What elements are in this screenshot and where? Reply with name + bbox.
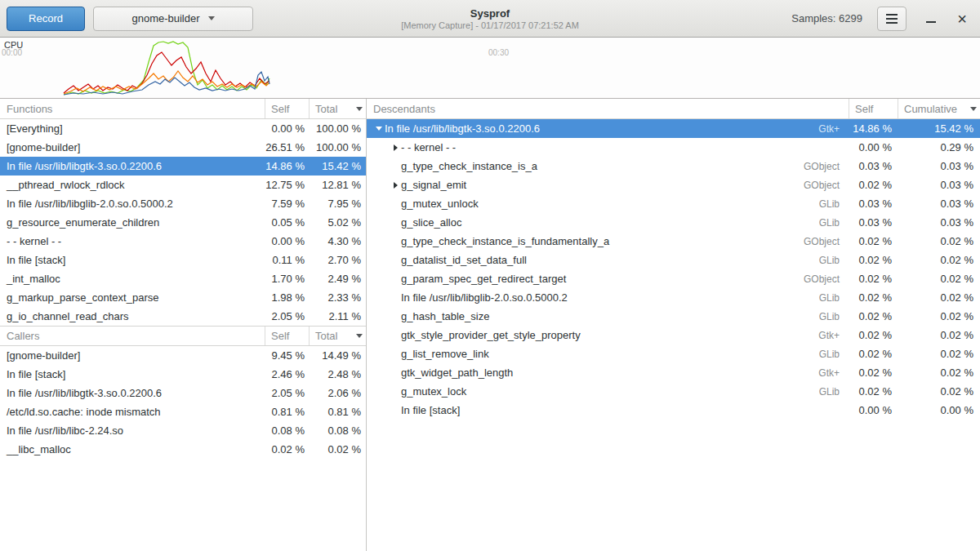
callers-table: [gnome-builder]9.45 %14.49 %In file [sta…	[0, 346, 366, 459]
tree-row[interactable]: g_list_remove_linkGLib0.02 %0.02 %	[367, 344, 980, 363]
column-header-cumulative-label: Cumulative	[904, 103, 957, 115]
function-name: [gnome-builder]	[0, 349, 265, 362]
cumulative-value: 0.02 %	[898, 310, 980, 322]
function-name: In file [stack]	[0, 254, 265, 266]
self-value: 14.86 %	[849, 122, 898, 135]
table-row[interactable]: [gnome-builder]26.51 %100.00 %	[0, 138, 366, 157]
tree-row[interactable]: g_param_spec_get_redirect_targetGObject0…	[367, 269, 980, 288]
callers-table-header: Callers Self Total	[0, 326, 366, 346]
self-value: 2.46 %	[265, 368, 310, 380]
table-row[interactable]: g_resource_enumerate_children0.05 %5.02 …	[0, 213, 366, 232]
expand-expander-icon[interactable]	[390, 180, 401, 191]
menu-button[interactable]	[877, 7, 906, 31]
expander-spacer	[390, 367, 401, 379]
table-row[interactable]: [Everything]0.00 %100.00 %	[0, 119, 366, 138]
expander-spacer	[390, 198, 401, 210]
tree-row[interactable]: g_mutex_lockGLib0.02 %0.02 %	[367, 382, 980, 401]
tree-row[interactable]: g_mutex_unlockGLib0.03 %0.03 %	[367, 194, 980, 213]
tree-row[interactable]: In file /usr/lib/libglib-2.0.so.0.5000.2…	[367, 288, 980, 307]
table-row[interactable]: g_io_channel_read_chars2.05 %2.11 %	[0, 307, 366, 326]
tree-row[interactable]: gtk_widget_path_lengthGtk+0.02 %0.02 %	[367, 363, 980, 382]
tree-row[interactable]: gtk_style_provider_get_style_propertyGtk…	[367, 326, 980, 344]
column-header-self[interactable]: Self	[849, 99, 898, 118]
total-value: 7.95 %	[310, 198, 366, 210]
category-label: GObject	[799, 161, 849, 172]
tree-row[interactable]: In file /usr/lib/libgtk-3.so.0.2200.6Gtk…	[367, 119, 980, 138]
self-value: 1.70 %	[265, 273, 310, 285]
column-header-callers[interactable]: Callers	[0, 327, 265, 345]
self-value: 0.11 %	[265, 254, 310, 266]
expand-expander-icon[interactable]	[390, 142, 401, 153]
process-selector-dropdown[interactable]: gnome-builder	[93, 7, 253, 31]
category-label: Gtk+	[799, 367, 849, 379]
cumulative-value: 0.02 %	[898, 385, 980, 398]
cumulative-value: 15.42 %	[898, 122, 980, 135]
self-value: 0.00 %	[849, 404, 898, 416]
cpu-series-cpu-blue	[64, 72, 270, 95]
column-header-total[interactable]: Total	[310, 99, 366, 118]
column-header-self[interactable]: Self	[265, 99, 310, 118]
column-header-cumulative[interactable]: Cumulative	[898, 99, 980, 118]
tree-row[interactable]: g_hash_table_sizeGLib0.02 %0.02 %	[367, 307, 980, 326]
tree-row[interactable]: g_type_check_instance_is_aGObject0.03 %0…	[367, 157, 980, 176]
table-row[interactable]: - - kernel - -0.00 %4.30 %	[0, 232, 366, 251]
table-row[interactable]: In file [stack]2.46 %2.48 %	[0, 365, 366, 384]
category-label: GObject	[799, 273, 849, 285]
tree-row[interactable]: g_datalist_id_set_data_fullGLib0.02 %0.0…	[367, 251, 980, 269]
table-row[interactable]: In file /usr/lib/libglib-2.0.so.0.5000.2…	[0, 194, 366, 213]
cpu-usage-chart	[0, 38, 980, 98]
total-value: 2.06 %	[310, 387, 366, 399]
process-selector-label: gnome-builder	[131, 12, 199, 24]
table-row[interactable]: In file [stack]0.11 %2.70 %	[0, 251, 366, 269]
category-label: GLib	[799, 198, 849, 210]
table-row[interactable]: _int_malloc1.70 %2.49 %	[0, 269, 366, 288]
category-label: GLib	[799, 349, 849, 360]
collapse-expander-icon[interactable]	[373, 123, 385, 135]
functions-table: [Everything]0.00 %100.00 %[gnome-builder…	[0, 119, 366, 326]
total-value: 100.00 %	[310, 122, 366, 135]
total-value: 5.02 %	[310, 216, 366, 229]
function-name: [Everything]	[0, 122, 265, 135]
column-header-descendants[interactable]: Descendants	[367, 99, 849, 118]
tree-row[interactable]: g_signal_emitGObject0.02 %0.03 %	[367, 176, 980, 194]
table-row[interactable]: In file /usr/lib/libgtk-3.so.0.2200.614.…	[0, 157, 366, 176]
table-row[interactable]: In file /usr/lib/libgtk-3.so.0.2200.62.0…	[0, 384, 366, 402]
self-value: 0.00 %	[849, 141, 898, 153]
left-panel: Functions Self Total [Everything]0.00 %1…	[0, 99, 367, 551]
self-value: 9.45 %	[265, 349, 310, 362]
cpu-graph-area[interactable]: CPU 00:00 00:30	[0, 38, 980, 99]
function-name: [gnome-builder]	[0, 141, 265, 153]
column-header-total[interactable]: Total	[310, 327, 366, 345]
record-button[interactable]: Record	[7, 7, 85, 31]
self-value: 2.05 %	[265, 387, 310, 399]
self-value: 0.02 %	[849, 179, 898, 191]
close-button[interactable]: ×	[951, 7, 973, 30]
table-row[interactable]: __libc_malloc0.02 %0.02 %	[0, 440, 366, 459]
function-name: gtk_style_provider_get_style_property	[401, 329, 581, 341]
name-cell: In file [stack]	[367, 404, 799, 416]
minimize-button[interactable]	[920, 7, 942, 30]
expander-spacer	[390, 330, 401, 341]
headerbar: Record gnome-builder Sysprof [Memory Cap…	[0, 0, 980, 38]
table-row[interactable]: g_markup_parse_context_parse1.98 %2.33 %	[0, 288, 366, 307]
window-title: Sysprof	[470, 7, 510, 20]
function-name: /etc/ld.so.cache: inode mismatch	[0, 406, 265, 418]
tree-row[interactable]: In file [stack]0.00 %0.00 %	[367, 401, 980, 420]
table-row[interactable]: [gnome-builder]9.45 %14.49 %	[0, 346, 366, 365]
expander-spacer	[390, 273, 401, 285]
name-cell: In file /usr/lib/libgtk-3.so.0.2200.6	[367, 122, 799, 135]
table-row[interactable]: In file /usr/lib/libc-2.24.so0.08 %0.08 …	[0, 421, 366, 440]
name-cell: g_mutex_lock	[367, 385, 799, 398]
table-row[interactable]: __pthread_rwlock_rdlock12.75 %12.81 %	[0, 176, 366, 194]
table-row[interactable]: /etc/ld.so.cache: inode mismatch0.81 %0.…	[0, 402, 366, 421]
column-header-functions[interactable]: Functions	[0, 99, 265, 118]
cumulative-value: 0.02 %	[898, 235, 980, 247]
tree-row[interactable]: g_slice_allocGLib0.03 %0.03 %	[367, 213, 980, 232]
function-name: g_io_channel_read_chars	[0, 310, 265, 322]
column-header-self[interactable]: Self	[265, 327, 310, 345]
self-value: 0.02 %	[849, 367, 898, 379]
tree-row[interactable]: g_type_check_instance_is_fundamentally_a…	[367, 232, 980, 251]
self-value: 0.02 %	[849, 329, 898, 341]
cumulative-value: 0.03 %	[898, 179, 980, 191]
tree-row[interactable]: - - kernel - -0.00 %0.29 %	[367, 138, 980, 157]
